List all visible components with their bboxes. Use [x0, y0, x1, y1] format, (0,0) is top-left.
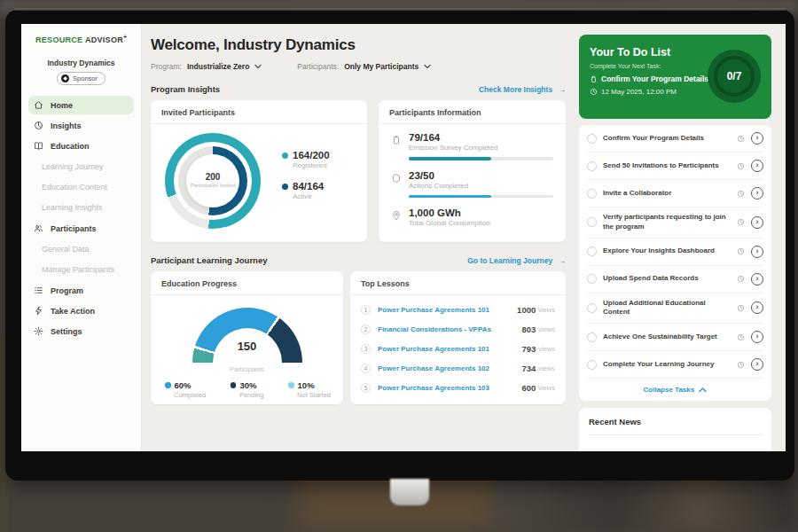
clock-icon	[737, 190, 745, 198]
todo-next-task: Confirm Your Program Details	[601, 74, 708, 83]
collapse-label: Collapse Tasks	[644, 386, 695, 394]
lesson-link[interactable]: Power Purchase Agreements 101	[378, 345, 521, 353]
task-checkbox[interactable]	[587, 134, 597, 144]
lesson-rank: 2	[361, 325, 371, 334]
monitor-stand	[390, 479, 429, 505]
task-open-button[interactable]: ›	[751, 273, 763, 286]
task-open-button[interactable]: ›	[751, 358, 763, 371]
sidebar-item-label: Take Action	[51, 307, 95, 316]
todo-progress-badge: 0/7	[708, 50, 761, 103]
card-title: Participants Information	[379, 100, 566, 124]
sidebar-item-learning-journey[interactable]: Learning Journey	[21, 158, 141, 176]
sidebar-item-education-content[interactable]: Education Content	[21, 178, 141, 196]
legend-value: 10%	[298, 380, 315, 390]
legend-value: 30%	[239, 380, 256, 390]
task-open-button[interactable]: ›	[751, 246, 763, 258]
lesson-rank: 1	[361, 305, 371, 315]
lesson-views-unit: views	[538, 345, 555, 353]
legend-label: Pending	[239, 391, 264, 399]
task-label: Achieve One Sustainability Target	[603, 332, 731, 342]
sidebar-item-learning-insights[interactable]: Learning Insights	[21, 199, 141, 216]
task-checkbox[interactable]	[587, 246, 597, 256]
task-open-button[interactable]: ›	[751, 301, 763, 314]
sidebar-item-manage-participants[interactable]: Manage Participants	[21, 261, 141, 278]
sidebar-item-label: Participants	[51, 224, 97, 233]
lesson-link[interactable]: Power Purchase Agreements 102	[378, 364, 521, 372]
logo-text-secondary: ADVISOR	[85, 35, 123, 44]
sidebar-item-program[interactable]: Program	[21, 281, 141, 300]
task-checkbox[interactable]	[587, 161, 597, 171]
lesson-views-unit: views	[538, 384, 555, 392]
invited-donut-chart: 200 Participants Invited	[165, 133, 261, 229]
task-checkbox[interactable]	[587, 217, 597, 227]
chevron-down-icon[interactable]	[424, 64, 431, 69]
chevron-down-icon[interactable]	[254, 64, 262, 69]
check-more-insights-link[interactable]: Check More Insights →	[479, 85, 566, 94]
task-open-button[interactable]: ›	[751, 331, 763, 343]
participants-filter-dropdown[interactable]: Only My Participants	[344, 62, 419, 71]
actions-progress-track	[409, 195, 553, 199]
todo-due-date: 12 May 2025, 12:00 PM	[601, 88, 677, 96]
legend-dot	[282, 184, 288, 190]
card-title: Education Progress	[151, 271, 343, 295]
info-row-emission: 79/164 Emission Survey Completed	[391, 132, 553, 160]
top-lessons-card: Top Lessons 1 Power Purchase Agreements …	[350, 271, 566, 404]
go-to-learning-journey-link[interactable]: Go to Learning Journey →	[467, 256, 566, 265]
lesson-row: 2 Financial Considerations - VPPAs 803 v…	[361, 319, 555, 339]
lesson-views: 600	[521, 383, 536, 393]
people-icon	[34, 223, 43, 233]
todo-item: Explore Your Insights Dashboard ›	[587, 239, 763, 266]
sidebar-item-label: Learning Insights	[42, 203, 103, 212]
monitor-bezel: RESOURCE ADVISOR+ Industry Dynamics ◆ Sp…	[5, 10, 794, 481]
sponsor-badge[interactable]: ◆ Sponsor	[57, 72, 106, 85]
task-open-button[interactable]: ›	[751, 160, 763, 172]
legend-dot	[288, 382, 294, 388]
task-checkbox[interactable]	[587, 274, 597, 284]
sidebar-item-education[interactable]: Education	[21, 137, 141, 155]
lesson-link[interactable]: Power Purchase Agreements 101	[378, 306, 517, 314]
sidebar-item-settings[interactable]: Settings	[21, 322, 141, 340]
sidebar-item-general-data[interactable]: General Data	[21, 240, 141, 258]
task-open-button[interactable]: ›	[751, 187, 763, 200]
task-checkbox[interactable]	[587, 360, 597, 370]
lesson-row: 1 Power Purchase Agreements 101 1000 vie…	[361, 300, 555, 319]
clock-icon	[737, 275, 745, 283]
lesson-link[interactable]: Power Purchase Agreements 103	[378, 384, 521, 392]
clipboard-icon	[590, 75, 598, 83]
lesson-row: 3 Power Purchase Agreements 101 793 view…	[361, 339, 555, 358]
sidebar-item-label: Insights	[51, 121, 82, 130]
task-checkbox[interactable]	[587, 332, 597, 342]
clock-icon	[737, 247, 745, 255]
sidebar-item-label: Education Content	[42, 183, 107, 192]
sidebar-item-label: Home	[51, 101, 73, 110]
actions-label: Actions Completed	[409, 182, 553, 190]
logo-plus: +	[123, 34, 127, 40]
task-checkbox[interactable]	[587, 303, 597, 313]
legend-label: Completed	[174, 391, 206, 399]
lesson-row: 4 Power Purchase Agreements 102 734 view…	[361, 358, 555, 378]
book-icon	[34, 141, 43, 151]
task-label: Invite a Collaborator	[603, 189, 731, 199]
task-checkbox[interactable]	[587, 189, 597, 199]
sidebar-item-home[interactable]: Home	[28, 96, 134, 114]
collapse-tasks-link[interactable]: Collapse Tasks	[587, 379, 763, 401]
list-icon	[34, 286, 43, 295]
lesson-link[interactable]: Financial Considerations - VPPAs	[378, 325, 521, 333]
sidebar-item-participants[interactable]: Participants	[21, 219, 141, 238]
program-filter-dropdown[interactable]: Industrialize Zero	[187, 62, 249, 71]
task-open-button[interactable]: ›	[751, 216, 763, 229]
legend-item-registered: 164/200 Registered	[282, 150, 330, 169]
donut-center: 200 Participants Invited	[186, 154, 239, 207]
participants-information-card: Participants Information 79/164 Emission…	[379, 100, 566, 242]
app-logo: RESOURCE ADVISOR+	[21, 24, 141, 51]
todo-progress-ring: 0/7	[714, 56, 755, 97]
gauge-center-label: Participants	[151, 365, 343, 373]
link-label: Check More Insights	[479, 85, 552, 94]
emission-value: 79/164	[409, 132, 553, 143]
task-open-button[interactable]: ›	[751, 132, 763, 145]
lesson-views: 734	[521, 364, 536, 373]
sidebar-item-insights[interactable]: Insights	[21, 116, 141, 135]
sidebar-item-take-action[interactable]: Take Action	[21, 301, 141, 320]
sidebar-item-label: Program	[51, 286, 83, 295]
sidebar-item-label: Manage Participants	[42, 265, 114, 274]
